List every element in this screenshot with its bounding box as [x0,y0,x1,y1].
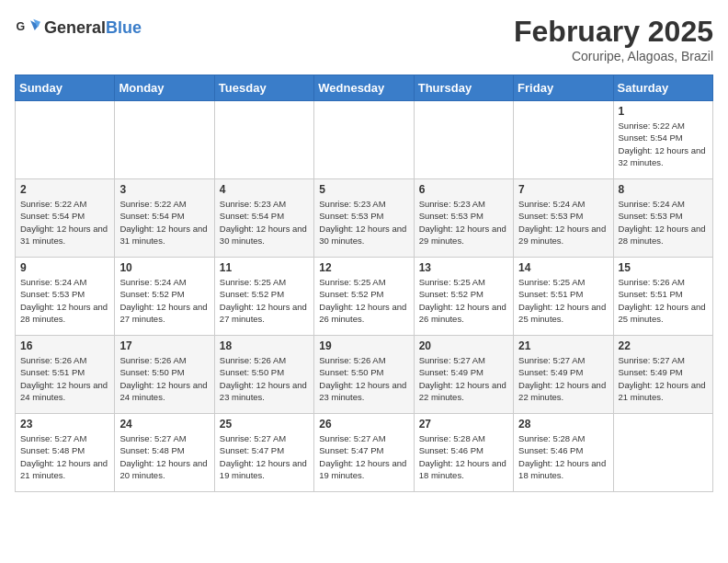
week-row-2: 2Sunrise: 5:22 AM Sunset: 5:54 PM Daylig… [16,179,713,258]
day-info: Sunrise: 5:22 AM Sunset: 5:54 PM Dayligh… [119,198,209,247]
week-row-3: 9Sunrise: 5:24 AM Sunset: 5:53 PM Daylig… [16,258,713,336]
calendar-cell: 3Sunrise: 5:22 AM Sunset: 5:54 PM Daylig… [115,179,214,258]
day-number: 15 [619,261,708,274]
calendar-cell: 16Sunrise: 5:26 AM Sunset: 5:51 PM Dayli… [16,336,115,414]
week-row-1: 1Sunrise: 5:22 AM Sunset: 5:54 PM Daylig… [16,101,713,179]
calendar-cell: 24Sunrise: 5:27 AM Sunset: 5:48 PM Dayli… [115,414,214,492]
day-number: 21 [518,339,608,352]
calendar-cell: 7Sunrise: 5:24 AM Sunset: 5:53 PM Daylig… [514,179,613,258]
day-number: 16 [20,339,109,352]
calendar-cell: 15Sunrise: 5:26 AM Sunset: 5:51 PM Dayli… [613,258,712,336]
calendar-table: SundayMondayTuesdayWednesdayThursdayFrid… [15,75,713,492]
day-number: 20 [419,339,508,352]
weekday-header-row: SundayMondayTuesdayWednesdayThursdayFrid… [16,75,713,101]
calendar-cell: 1Sunrise: 5:22 AM Sunset: 5:54 PM Daylig… [613,101,712,179]
weekday-header-thursday: Thursday [414,75,513,101]
day-info: Sunrise: 5:23 AM Sunset: 5:53 PM Dayligh… [419,198,508,247]
calendar-cell [314,101,414,179]
day-number: 8 [619,183,708,196]
day-info: Sunrise: 5:23 AM Sunset: 5:54 PM Dayligh… [220,198,309,247]
day-info: Sunrise: 5:27 AM Sunset: 5:49 PM Dayligh… [619,354,708,403]
week-row-5: 23Sunrise: 5:27 AM Sunset: 5:48 PM Dayli… [16,414,713,492]
day-info: Sunrise: 5:26 AM Sunset: 5:50 PM Dayligh… [119,354,209,403]
day-number: 9 [20,261,109,274]
day-info: Sunrise: 5:24 AM Sunset: 5:52 PM Dayligh… [119,276,209,325]
logo-general: General [44,18,106,37]
day-info: Sunrise: 5:24 AM Sunset: 5:53 PM Dayligh… [518,198,608,247]
calendar-cell: 12Sunrise: 5:25 AM Sunset: 5:52 PM Dayli… [314,258,414,336]
day-number: 25 [220,418,309,431]
calendar-cell: 21Sunrise: 5:27 AM Sunset: 5:49 PM Dayli… [514,336,613,414]
day-number: 23 [20,418,109,431]
calendar-cell: 18Sunrise: 5:26 AM Sunset: 5:50 PM Dayli… [214,336,313,414]
day-info: Sunrise: 5:22 AM Sunset: 5:54 PM Dayligh… [20,198,109,247]
calendar-cell: 9Sunrise: 5:24 AM Sunset: 5:53 PM Daylig… [16,258,115,336]
day-number: 18 [220,339,309,352]
calendar-cell: 20Sunrise: 5:27 AM Sunset: 5:49 PM Dayli… [414,336,513,414]
calendar-cell [514,101,613,179]
calendar-cell [16,101,115,179]
calendar-cell: 25Sunrise: 5:27 AM Sunset: 5:47 PM Dayli… [214,414,313,492]
day-info: Sunrise: 5:25 AM Sunset: 5:52 PM Dayligh… [220,276,309,325]
day-info: Sunrise: 5:26 AM Sunset: 5:51 PM Dayligh… [619,276,708,325]
weekday-header-saturday: Saturday [613,75,712,101]
weekday-header-tuesday: Tuesday [214,75,313,101]
calendar-cell: 14Sunrise: 5:25 AM Sunset: 5:51 PM Dayli… [514,258,613,336]
day-info: Sunrise: 5:28 AM Sunset: 5:46 PM Dayligh… [419,432,508,481]
day-info: Sunrise: 5:27 AM Sunset: 5:48 PM Dayligh… [119,432,209,481]
calendar-cell: 17Sunrise: 5:26 AM Sunset: 5:50 PM Dayli… [115,336,214,414]
calendar-cell: 22Sunrise: 5:27 AM Sunset: 5:49 PM Dayli… [613,336,712,414]
day-number: 28 [518,418,608,431]
weekday-header-friday: Friday [514,75,613,101]
day-info: Sunrise: 5:25 AM Sunset: 5:52 PM Dayligh… [419,276,508,325]
calendar-cell: 23Sunrise: 5:27 AM Sunset: 5:48 PM Dayli… [16,414,115,492]
day-number: 14 [518,261,608,274]
calendar-cell [414,101,513,179]
title-block: February 2025 Coruripe, Alagoas, Brazil [514,15,713,63]
logo: G GeneralBlue [15,15,142,40]
day-number: 2 [20,183,109,196]
day-info: Sunrise: 5:27 AM Sunset: 5:47 PM Dayligh… [220,432,309,481]
calendar-cell: 13Sunrise: 5:25 AM Sunset: 5:52 PM Dayli… [414,258,513,336]
day-number: 11 [220,261,309,274]
calendar-cell: 4Sunrise: 5:23 AM Sunset: 5:54 PM Daylig… [214,179,313,258]
logo-icon: G [15,15,40,40]
calendar-cell: 2Sunrise: 5:22 AM Sunset: 5:54 PM Daylig… [16,179,115,258]
day-info: Sunrise: 5:24 AM Sunset: 5:53 PM Dayligh… [619,198,708,247]
calendar-cell: 26Sunrise: 5:27 AM Sunset: 5:47 PM Dayli… [314,414,414,492]
day-number: 12 [319,261,408,274]
weekday-header-monday: Monday [115,75,214,101]
day-number: 22 [619,339,708,352]
day-info: Sunrise: 5:27 AM Sunset: 5:48 PM Dayligh… [20,432,109,481]
calendar-cell [115,101,214,179]
location: Coruripe, Alagoas, Brazil [514,49,713,63]
week-row-4: 16Sunrise: 5:26 AM Sunset: 5:51 PM Dayli… [16,336,713,414]
weekday-header-wednesday: Wednesday [314,75,414,101]
calendar-cell: 19Sunrise: 5:26 AM Sunset: 5:50 PM Dayli… [314,336,414,414]
calendar-cell: 10Sunrise: 5:24 AM Sunset: 5:52 PM Dayli… [115,258,214,336]
day-number: 10 [119,261,209,274]
day-number: 19 [319,339,408,352]
svg-text:G: G [17,20,26,33]
page-header: G GeneralBlue February 2025 Coruripe, Al… [15,15,713,63]
day-info: Sunrise: 5:27 AM Sunset: 5:49 PM Dayligh… [518,354,608,403]
month-title: February 2025 [514,15,713,49]
day-info: Sunrise: 5:28 AM Sunset: 5:46 PM Dayligh… [518,432,608,481]
day-info: Sunrise: 5:27 AM Sunset: 5:47 PM Dayligh… [319,432,408,481]
day-info: Sunrise: 5:22 AM Sunset: 5:54 PM Dayligh… [619,120,708,168]
day-number: 26 [319,418,408,431]
day-info: Sunrise: 5:24 AM Sunset: 5:53 PM Dayligh… [20,276,109,325]
day-info: Sunrise: 5:25 AM Sunset: 5:51 PM Dayligh… [518,276,608,325]
day-number: 27 [419,418,508,431]
weekday-header-sunday: Sunday [16,75,115,101]
day-info: Sunrise: 5:26 AM Sunset: 5:50 PM Dayligh… [220,354,309,403]
day-number: 7 [518,183,608,196]
day-number: 4 [220,183,309,196]
calendar-cell: 8Sunrise: 5:24 AM Sunset: 5:53 PM Daylig… [613,179,712,258]
calendar-cell: 28Sunrise: 5:28 AM Sunset: 5:46 PM Dayli… [514,414,613,492]
day-number: 6 [419,183,508,196]
day-number: 1 [619,105,708,118]
calendar-cell [214,101,313,179]
day-info: Sunrise: 5:27 AM Sunset: 5:49 PM Dayligh… [419,354,508,403]
day-info: Sunrise: 5:26 AM Sunset: 5:51 PM Dayligh… [20,354,109,403]
